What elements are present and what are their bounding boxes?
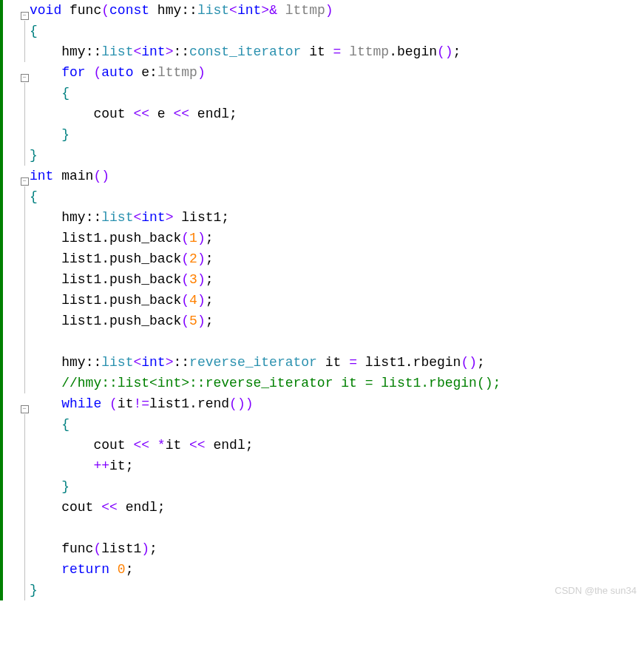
code-line[interactable]: cout << endl;	[19, 497, 644, 518]
fold-guide	[24, 352, 25, 373]
code-line[interactable]: }	[19, 580, 644, 600]
code-line[interactable]: {	[19, 186, 644, 207]
code-line[interactable]: return 0;	[19, 559, 644, 580]
fold-guide	[24, 104, 25, 124]
fold-toggle-icon[interactable]: −	[21, 405, 29, 413]
code-line[interactable]: hmy::list<int>::reverse_iterator it = li…	[19, 352, 644, 373]
fold-guide	[24, 41, 25, 62]
comment: //hmy::list<int>::reverse_iterator it = …	[30, 376, 501, 390]
fold-guide	[24, 186, 25, 207]
code-line[interactable]: list1.push_back(3);	[19, 269, 644, 290]
code-line[interactable]: − void func(const hmy::list<int>& lttmp)	[19, 0, 644, 21]
code-line[interactable]: list1.push_back(1);	[19, 228, 644, 248]
fold-guide	[24, 145, 25, 166]
code-line[interactable]: }	[19, 124, 644, 145]
watermark-text: CSDN @the sun34	[555, 585, 637, 596]
code-line[interactable]: list1.push_back(5);	[19, 311, 644, 331]
code-line[interactable]	[19, 518, 644, 538]
fold-guide	[24, 228, 25, 248]
fold-toggle-icon[interactable]: −	[21, 12, 29, 20]
fold-guide	[24, 331, 25, 352]
code-line[interactable]: }	[19, 145, 644, 166]
fold-toggle-icon[interactable]: −	[21, 74, 29, 82]
code-line[interactable]: − int main()	[19, 166, 644, 186]
code-line[interactable]: cout << *it << endl;	[19, 435, 644, 456]
code-line[interactable]: func(list1);	[19, 538, 644, 559]
code-line[interactable]: {	[19, 414, 644, 435]
code-line[interactable]: cout << e << endl;	[19, 104, 644, 124]
fold-guide	[24, 497, 25, 518]
code-line[interactable]: {	[19, 21, 644, 41]
fold-guide	[24, 373, 25, 393]
gutter-margin	[0, 0, 19, 600]
fold-guide	[24, 435, 25, 456]
keyword: void	[30, 3, 61, 18]
code-line[interactable]: //hmy::list<int>::reverse_iterator it = …	[19, 373, 644, 393]
fold-guide	[24, 269, 25, 290]
code-line[interactable]: ++it;	[19, 456, 644, 476]
fold-guide	[24, 538, 25, 559]
fold-toggle-icon[interactable]: −	[21, 177, 29, 186]
code-line[interactable]: − while (it!=list1.rend())	[19, 393, 644, 414]
fold-guide	[24, 248, 25, 269]
code-editor[interactable]: − void func(const hmy::list<int>& lttmp)…	[0, 0, 644, 600]
fold-guide	[24, 476, 25, 497]
fold-guide	[24, 290, 25, 311]
fold-guide	[24, 83, 25, 104]
fold-guide	[24, 21, 25, 41]
fold-guide	[24, 311, 25, 331]
fold-guide	[24, 456, 25, 476]
fold-guide	[24, 207, 25, 228]
code-line[interactable]: list1.push_back(4);	[19, 290, 644, 311]
fold-guide	[24, 580, 25, 600]
code-line[interactable]: hmy::list<int>::const_iterator it = lttm…	[19, 41, 644, 62]
code-line[interactable]: hmy::list<int> list1;	[19, 207, 644, 228]
fold-guide	[24, 518, 25, 538]
code-line[interactable]: − for (auto e:lttmp)	[19, 62, 644, 83]
code-line[interactable]: }	[19, 476, 644, 497]
fold-guide	[24, 414, 25, 435]
code-area[interactable]: − void func(const hmy::list<int>& lttmp)…	[19, 0, 644, 600]
code-line[interactable]: list1.push_back(2);	[19, 248, 644, 269]
fold-guide	[24, 124, 25, 145]
code-line[interactable]	[19, 331, 644, 352]
fold-guide	[24, 559, 25, 580]
code-line[interactable]: {	[19, 83, 644, 104]
